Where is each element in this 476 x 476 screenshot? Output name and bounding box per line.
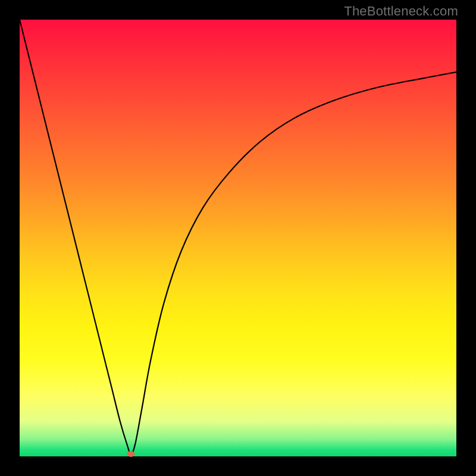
watermark-text: TheBottleneck.com (344, 4, 458, 19)
min-marker (127, 451, 135, 457)
plot-area (20, 20, 456, 456)
bottleneck-curve (20, 20, 456, 456)
chart-frame: TheBottleneck.com (0, 0, 476, 476)
